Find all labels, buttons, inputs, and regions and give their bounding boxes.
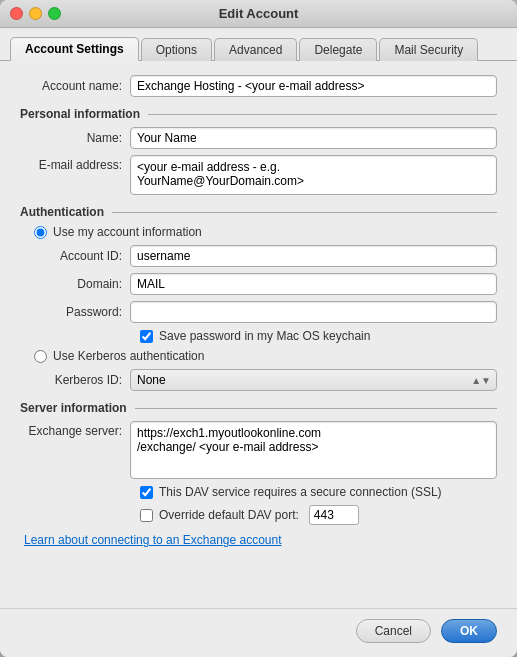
use-kerberos-label: Use Kerberos authentication (53, 349, 204, 363)
use-account-info-label: Use my account information (53, 225, 202, 239)
tab-options[interactable]: Options (141, 38, 212, 61)
email-row: E-mail address: <your e-mail address - e… (20, 155, 497, 195)
learn-more-link[interactable]: Learn about connecting to an Exchange ac… (20, 533, 497, 547)
account-name-label: Account name: (20, 79, 130, 93)
close-button[interactable] (10, 7, 23, 20)
use-kerberos-radio[interactable] (34, 350, 47, 363)
domain-row: Domain: (20, 273, 497, 295)
account-id-input[interactable] (130, 245, 497, 267)
email-input[interactable]: <your e-mail address - e.g. YourName@You… (130, 155, 497, 195)
name-input[interactable] (130, 127, 497, 149)
cancel-button[interactable]: Cancel (356, 619, 431, 643)
content-area: Account name: Personal information Name:… (0, 61, 517, 608)
save-password-row: Save password in my Mac OS keychain (20, 329, 497, 343)
override-dav-port-row: Override default DAV port: (20, 505, 497, 525)
window-controls (10, 7, 61, 20)
dav-ssl-label: This DAV service requires a secure conne… (159, 485, 442, 499)
save-password-checkbox[interactable] (140, 330, 153, 343)
email-label: E-mail address: (20, 155, 130, 172)
account-id-label: Account ID: (20, 249, 130, 263)
use-account-info-radio[interactable] (34, 226, 47, 239)
dav-ssl-checkbox[interactable] (140, 486, 153, 499)
dav-port-input[interactable] (309, 505, 359, 525)
tab-delegate[interactable]: Delegate (299, 38, 377, 61)
window-title: Edit Account (219, 6, 299, 21)
kerberos-id-label: Kerberos ID: (20, 373, 130, 387)
zoom-button[interactable] (48, 7, 61, 20)
domain-label: Domain: (20, 277, 130, 291)
ok-button[interactable]: OK (441, 619, 497, 643)
dav-ssl-row: This DAV service requires a secure conne… (20, 485, 497, 499)
tab-mail-security[interactable]: Mail Security (379, 38, 478, 61)
account-id-row: Account ID: (20, 245, 497, 267)
kerberos-select-wrapper: None ▲▼ (130, 369, 497, 391)
domain-input[interactable] (130, 273, 497, 295)
use-account-info-row: Use my account information (20, 225, 497, 239)
use-kerberos-row: Use Kerberos authentication (20, 349, 497, 363)
minimize-button[interactable] (29, 7, 42, 20)
name-row: Name: (20, 127, 497, 149)
name-label: Name: (20, 131, 130, 145)
personal-info-header: Personal information (20, 107, 497, 121)
exchange-server-label: Exchange server: (20, 421, 130, 438)
exchange-server-row: Exchange server: https://exch1.myoutlook… (20, 421, 497, 479)
override-dav-port-label: Override default DAV port: (159, 508, 299, 522)
bottom-bar: Cancel OK (0, 608, 517, 657)
override-dav-port-checkbox[interactable] (140, 509, 153, 522)
save-password-label: Save password in my Mac OS keychain (159, 329, 370, 343)
password-row: Password: (20, 301, 497, 323)
main-window: Edit Account Account Settings Options Ad… (0, 0, 517, 657)
account-name-input[interactable] (130, 75, 497, 97)
exchange-server-input[interactable]: https://exch1.myoutlookonline.com /excha… (130, 421, 497, 479)
password-label: Password: (20, 305, 130, 319)
kerberos-id-select[interactable]: None (130, 369, 497, 391)
password-input[interactable] (130, 301, 497, 323)
tab-bar: Account Settings Options Advanced Delega… (0, 28, 517, 61)
titlebar: Edit Account (0, 0, 517, 28)
server-info-header: Server information (20, 401, 497, 415)
account-name-row: Account name: (20, 75, 497, 97)
tab-advanced[interactable]: Advanced (214, 38, 297, 61)
kerberos-id-row: Kerberos ID: None ▲▼ (20, 369, 497, 391)
tab-account-settings[interactable]: Account Settings (10, 37, 139, 61)
authentication-header: Authentication (20, 205, 497, 219)
